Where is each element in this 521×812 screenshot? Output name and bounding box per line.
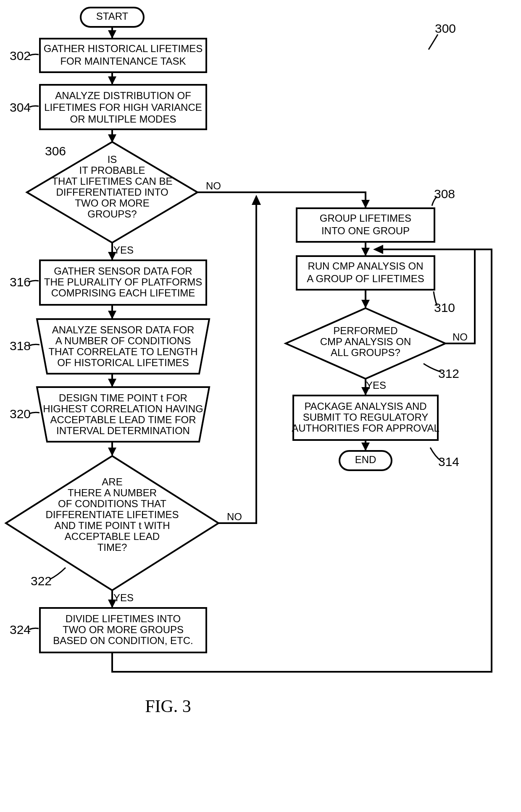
decision-322: ARE THERE A NUMBER OF CONDITIONS THAT DI… — [6, 456, 218, 590]
svg-marker-24 — [361, 300, 370, 308]
svg-marker-42 — [108, 311, 116, 319]
ref-310: 310 — [434, 301, 455, 314]
svg-text:ARE: ARE — [102, 476, 122, 487]
svg-text:CMP ANALYSIS ON: CMP ANALYSIS ON — [320, 336, 411, 347]
svg-text:TWO OR MORE GROUPS: TWO OR MORE GROUPS — [63, 624, 184, 635]
svg-marker-54 — [108, 448, 116, 456]
n302-line1: GATHER HISTORICAL LIFETIMES — [44, 43, 203, 54]
manual-320: DESIGN TIME POINT t FOR HIGHEST CORRELAT… — [37, 387, 209, 442]
svg-text:PERFORMED: PERFORMED — [333, 325, 397, 336]
ref-318: 318 — [10, 339, 31, 353]
ref-316: 316 — [10, 275, 31, 289]
svg-text:DIFFERENTIATED INTO: DIFFERENTIATED INTO — [56, 186, 168, 198]
svg-text:GROUP LIFETIMES: GROUP LIFETIMES — [320, 212, 411, 224]
svg-marker-37 — [108, 252, 116, 260]
svg-text:IT PROBABLE: IT PROBABLE — [79, 165, 145, 176]
decision-312: PERFORMED CMP ANALYSIS ON ALL GROUPS? — [286, 308, 445, 379]
svg-marker-35 — [361, 443, 370, 451]
ref-304: 304 — [10, 100, 31, 114]
svg-text:TIME?: TIME? — [97, 542, 127, 553]
svg-marker-48 — [108, 379, 116, 387]
svg-text:INTERVAL DETERMINATION: INTERVAL DETERMINATION — [56, 425, 190, 436]
svg-marker-1 — [108, 30, 116, 39]
branch-no-306: NO — [206, 180, 221, 191]
svg-text:DESIGN TIME POINT t FOR: DESIGN TIME POINT t FOR — [59, 392, 187, 403]
process-308: GROUP LIFETIMES INTO ONE GROUP — [297, 208, 434, 242]
svg-text:AND TIME POINT t WITH: AND TIME POINT t WITH — [54, 520, 170, 531]
svg-marker-30 — [361, 387, 370, 396]
svg-text:PACKAGE ANALYSIS AND: PACKAGE ANALYSIS AND — [304, 401, 426, 412]
process-302: GATHER HISTORICAL LIFETIMES FOR MAINTENA… — [40, 39, 206, 72]
svg-text:GATHER SENSOR DATA FOR: GATHER SENSOR DATA FOR — [54, 265, 192, 277]
svg-text:A GROUP OF LIFETIMES: A GROUP OF LIFETIMES — [307, 273, 424, 284]
svg-text:DIFFERENTIATE LIFETIMES: DIFFERENTIATE LIFETIMES — [46, 509, 179, 520]
figure-ref: 300 — [435, 21, 456, 35]
branch-no-312: NO — [453, 331, 468, 343]
svg-text:OF CONDITIONS THAT: OF CONDITIONS THAT — [58, 498, 166, 509]
svg-text:COMPRISING EACH LIFETIME: COMPRISING EACH LIFETIME — [51, 287, 195, 299]
ref-302: 302 — [10, 49, 31, 63]
figure-label: FIG. 3 — [145, 697, 191, 716]
start-label: START — [96, 10, 129, 22]
svg-text:TWO OR MORE: TWO OR MORE — [75, 197, 149, 209]
ref-312: 312 — [438, 367, 459, 380]
terminator-start: START — [81, 8, 144, 27]
branch-yes-322: YES — [113, 592, 134, 603]
end-label: END — [355, 454, 376, 465]
n302-line2: FOR MAINTENANCE TASK — [60, 55, 186, 67]
ref-322: 322 — [31, 574, 52, 588]
terminator-end: END — [339, 451, 392, 470]
svg-text:THAT CORRELATE TO LENGTH: THAT CORRELATE TO LENGTH — [48, 346, 197, 357]
svg-marker-16 — [361, 200, 370, 208]
process-324: DIVIDE LIFETIMES INTO TWO OR MORE GROUPS… — [40, 608, 206, 652]
svg-text:ANALYZE DISTRIBUTION OF: ANALYZE DISTRIBUTION OF — [55, 90, 191, 101]
branch-yes-306: YES — [113, 244, 134, 256]
branch-yes-312: YES — [366, 380, 386, 391]
svg-text:THE PLURALITY OF PLATFORMS: THE PLURALITY OF PLATFORMS — [44, 276, 203, 288]
svg-text:A NUMBER OF CONDITIONS: A NUMBER OF CONDITIONS — [55, 335, 191, 346]
process-310: RUN CMP ANALYSIS ON A GROUP OF LIFETIMES — [297, 256, 434, 290]
svg-text:GROUPS?: GROUPS? — [87, 208, 137, 220]
process-314: PACKAGE ANALYSIS AND SUBMIT TO REGULATOR… — [292, 396, 439, 440]
svg-marker-63 — [252, 195, 261, 205]
ref-308: 308 — [434, 187, 455, 201]
svg-text:ACCEPTABLE LEAD: ACCEPTABLE LEAD — [65, 531, 160, 542]
ref-320: 320 — [10, 407, 31, 421]
svg-marker-3 — [108, 76, 116, 85]
process-304: ANALYZE DISTRIBUTION OF LIFETIMES FOR HI… — [40, 85, 206, 129]
svg-text:IS: IS — [108, 154, 117, 165]
svg-text:OR MULTIPLE MODES: OR MULTIPLE MODES — [70, 113, 176, 125]
branch-no-322: NO — [227, 511, 242, 522]
ref-314: 314 — [438, 455, 459, 469]
svg-text:LIFETIMES FOR HIGH VARIANCE: LIFETIMES FOR HIGH VARIANCE — [44, 102, 202, 113]
svg-text:BASED ON CONDITION, ETC.: BASED ON CONDITION, ETC. — [53, 635, 193, 646]
svg-marker-20 — [361, 248, 370, 256]
ref-306: 306 — [45, 144, 66, 158]
svg-text:SUBMIT TO REGULATORY: SUBMIT TO REGULATORY — [303, 411, 429, 423]
svg-marker-64 — [108, 600, 116, 608]
svg-text:OF HISTORICAL LIFETIMES: OF HISTORICAL LIFETIMES — [57, 357, 189, 368]
svg-text:HIGHEST CORRELATION HAVING: HIGHEST CORRELATION HAVING — [43, 403, 203, 414]
manual-318: ANALYZE SENSOR DATA FOR A NUMBER OF COND… — [37, 319, 209, 374]
svg-text:INTO ONE GROUP: INTO ONE GROUP — [321, 225, 410, 236]
svg-text:ACCEPTABLE LEAD TIME FOR: ACCEPTABLE LEAD TIME FOR — [50, 414, 196, 425]
svg-text:RUN CMP ANALYSIS ON: RUN CMP ANALYSIS ON — [308, 260, 423, 272]
svg-text:ANALYZE SENSOR DATA FOR: ANALYZE SENSOR DATA FOR — [52, 324, 195, 335]
process-316: GATHER SENSOR DATA FOR THE PLURALITY OF … — [40, 260, 206, 305]
svg-text:THAT LIFETIMES CAN BE: THAT LIFETIMES CAN BE — [52, 175, 172, 187]
svg-text:AUTHORITIES FOR APPROVAL: AUTHORITIES FOR APPROVAL — [292, 422, 439, 434]
svg-text:DIVIDE LIFETIMES INTO: DIVIDE LIFETIMES INTO — [66, 613, 181, 624]
svg-text:THERE A NUMBER: THERE A NUMBER — [68, 487, 157, 498]
svg-text:ALL GROUPS?: ALL GROUPS? — [331, 347, 400, 358]
ref-324: 324 — [10, 623, 31, 637]
